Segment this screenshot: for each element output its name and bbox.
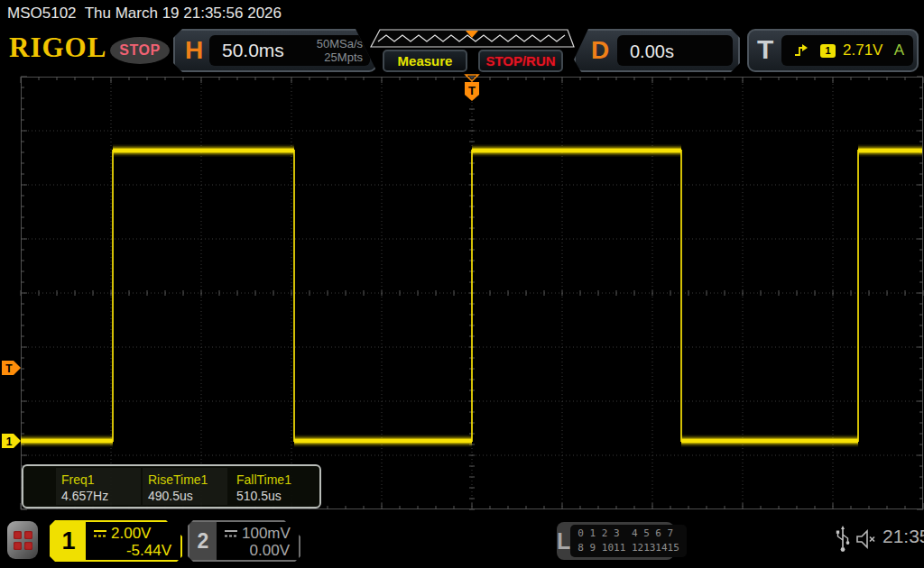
channel-1-offset: -5.44V <box>126 542 171 560</box>
horizontal-delay-panel[interactable]: D 0.00s <box>574 29 740 72</box>
logic-analyzer-label: L <box>557 528 570 554</box>
channel-2-button[interactable]: 2 100mV 0.00V <box>188 520 300 562</box>
timebase-value: 50.0ms <box>222 40 284 61</box>
svg-text:T: T <box>5 362 13 375</box>
dc-coupling-icon <box>224 528 238 539</box>
logic-channels-row1: 0 1 2 3 4 5 6 7 <box>578 527 679 541</box>
measurement-label: RiseTime1 <box>148 472 208 487</box>
channel-1-ground-marker[interactable]: 1 <box>2 434 21 448</box>
trigger-panel[interactable]: T 1 2.71V A <box>747 29 919 72</box>
rising-edge-icon <box>794 43 809 58</box>
header-bar: RIGOL STOP H 50.0ms 50MSa/s 25Mpts Measu… <box>0 27 924 74</box>
memory-position-bar[interactable] <box>368 28 576 49</box>
acquisition-status-badge: STOP <box>110 37 170 64</box>
measurements-panel[interactable]: Freq1 4.657Hz RiseTime1 490.5us FallTime… <box>22 464 321 508</box>
svg-text:1: 1 <box>6 435 13 448</box>
measurement-value: 4.657Hz <box>61 489 108 503</box>
logic-analyzer-button[interactable]: L 0 1 2 3 4 5 6 7 8 9 1011 12131415 <box>557 522 674 560</box>
channel-2-scale: 100mV <box>242 525 291 543</box>
bottom-status-bar: 1 2.00V -5.44V 2 <box>0 514 924 568</box>
timebase-readout: 50.0ms 50MSa/s 25Mpts <box>209 35 370 66</box>
trigger-sweep-mode: A <box>894 41 904 60</box>
trigger-readout: 1 2.71V A <box>781 35 913 66</box>
trigger-level-marker[interactable]: T <box>2 361 21 375</box>
sample-rate-readout: 50MSa/s 25Mpts <box>317 37 363 64</box>
app-grid-squares <box>12 529 33 551</box>
rigol-logo: RIGOL <box>9 32 106 64</box>
trigger-level-value: 2.71V <box>843 41 882 60</box>
delay-label: D <box>591 36 609 65</box>
oscilloscope-screen: TT1 MSO5102 Thu March 19 21:35:56 2026 R… <box>0 0 924 568</box>
trigger-source-badge: 1 <box>820 44 836 58</box>
sample-rate: 50MSa/s <box>317 37 363 50</box>
measurement-value: 490.5us <box>148 489 193 503</box>
measure-button[interactable]: Measure <box>383 50 467 72</box>
horizontal-label: H <box>185 36 203 65</box>
stop-run-button[interactable]: STOP/RUN <box>478 50 563 72</box>
measurement-label: Freq1 <box>61 472 95 487</box>
delay-readout: 0.00s <box>617 35 733 66</box>
delay-value: 0.00s <box>630 41 674 62</box>
speaker-muted-icon[interactable] <box>855 528 879 550</box>
channel-2-offset: 0.00V <box>250 542 290 560</box>
app-grid-icon[interactable] <box>7 521 38 559</box>
dc-coupling-icon <box>93 528 107 539</box>
channel-1-number: 1 <box>51 522 86 560</box>
channel-2-readout: 100mV 0.00V <box>217 522 299 560</box>
ch1-trace <box>21 151 922 441</box>
logic-channel-list: 0 1 2 3 4 5 6 7 8 9 1011 12131415 <box>570 525 687 557</box>
clock: 21:35 <box>882 526 924 547</box>
channel-1-readout: 2.00V -5.44V <box>86 522 180 560</box>
measurement-value: 510.5us <box>236 489 282 503</box>
channel-2-number: 2 <box>189 522 217 560</box>
trigger-label: T <box>757 34 773 65</box>
channel-1-scale: 2.00V <box>111 525 151 543</box>
channel-1-button[interactable]: 1 2.00V -5.44V <box>50 520 182 562</box>
usb-icon <box>835 526 851 554</box>
memory-depth: 25Mpts <box>317 50 363 64</box>
logic-channels-row2: 8 9 1011 12131415 <box>578 541 679 555</box>
svg-text:T: T <box>468 84 476 97</box>
horizontal-timebase-panel[interactable]: H 50.0ms 50MSa/s 25Mpts <box>173 29 377 72</box>
measurement-label: FallTime1 <box>236 472 291 487</box>
